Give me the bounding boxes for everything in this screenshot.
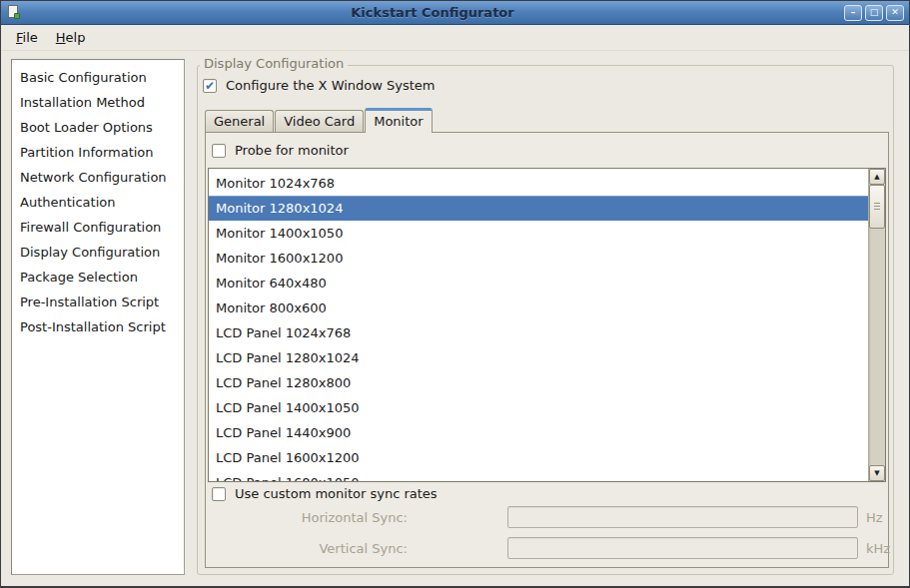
close-icon[interactable]: ✕ bbox=[886, 5, 904, 21]
checkbox-icon[interactable] bbox=[203, 79, 217, 93]
probe-for-monitor-checkbox[interactable]: Probe for monitor bbox=[212, 143, 349, 158]
custom-sync-label: Use custom monitor sync rates bbox=[235, 486, 438, 501]
sidebar-item[interactable]: Network Configuration bbox=[12, 165, 184, 190]
list-item[interactable]: LCD Panel 1600x1200 bbox=[209, 445, 868, 470]
scroll-up-icon[interactable]: ▲ bbox=[869, 169, 885, 185]
horizontal-sync-input[interactable] bbox=[507, 506, 858, 528]
maximize-icon[interactable]: □ bbox=[865, 5, 883, 21]
sidebar-item[interactable]: Partition Information bbox=[12, 140, 184, 165]
configure-x-label: Configure the X Window System bbox=[226, 78, 436, 93]
sidebar-item[interactable]: Installation Method bbox=[12, 90, 184, 115]
menu-help[interactable]: Help bbox=[47, 26, 95, 49]
sidebar-item[interactable]: Pre-Installation Script bbox=[12, 290, 184, 314]
sidebar-item[interactable]: Package Selection bbox=[12, 265, 184, 290]
list-item[interactable]: Monitor 800x600 bbox=[209, 295, 868, 320]
scrollbar-track[interactable] bbox=[869, 229, 885, 465]
sidebar-item[interactable]: Basic Configuration bbox=[12, 65, 184, 90]
vertical-sync-label: Vertical Sync: bbox=[206, 541, 408, 556]
app-icon bbox=[6, 5, 21, 20]
horizontal-sync-unit: Hz bbox=[866, 510, 883, 525]
vertical-sync-row: Vertical Sync: kHz bbox=[206, 537, 890, 559]
minimize-icon[interactable]: – bbox=[844, 5, 862, 21]
list-item[interactable]: LCD Panel 1440x900 bbox=[209, 420, 868, 445]
app-icon-dot bbox=[14, 13, 20, 19]
checkbox-icon[interactable] bbox=[212, 487, 226, 501]
window-controls: – □ ✕ bbox=[844, 5, 904, 21]
monitor-listbox: Monitor 1024x768Monitor 1280x1024Monitor… bbox=[208, 168, 886, 482]
list-item[interactable]: LCD Panel 1400x1050 bbox=[209, 395, 868, 420]
checkbox-icon[interactable] bbox=[212, 144, 226, 158]
sidebar-item[interactable]: Post-Installation Script bbox=[12, 314, 184, 339]
window-title: Kickstart Configurator bbox=[21, 5, 844, 20]
list-item[interactable]: LCD Panel 1680x1050 bbox=[209, 470, 868, 481]
list-item[interactable]: Monitor 1280x1024 bbox=[209, 196, 868, 221]
horizontal-sync-row: Horizontal Sync: Hz bbox=[206, 506, 883, 528]
tab[interactable]: General bbox=[205, 110, 274, 132]
sidebar-item[interactable]: Display Configuration bbox=[12, 240, 184, 265]
monitor-list-rows: Monitor 1024x768Monitor 1280x1024Monitor… bbox=[209, 169, 868, 481]
vertical-sync-input[interactable] bbox=[507, 537, 858, 559]
frame-label: Display Configuration bbox=[200, 56, 348, 71]
sidebar-item[interactable]: Authentication bbox=[12, 190, 184, 215]
vertical-scrollbar[interactable]: ▲ ▼ bbox=[868, 169, 885, 481]
list-item[interactable]: Monitor 1600x1200 bbox=[209, 246, 868, 271]
monitor-tab-panel: Probe for monitor Monitor 1024x768Monito… bbox=[205, 132, 889, 568]
list-item[interactable]: LCD Panel 1280x800 bbox=[209, 370, 868, 395]
sidebar-list: Basic ConfigurationInstallation MethodBo… bbox=[11, 59, 185, 575]
app-window: Kickstart Configurator – □ ✕ File Help B… bbox=[0, 0, 910, 588]
sidebar-item[interactable]: Firewall Configuration bbox=[12, 215, 184, 240]
scrollbar-thumb[interactable] bbox=[869, 185, 885, 229]
horizontal-sync-label: Horizontal Sync: bbox=[206, 510, 408, 525]
titlebar: Kickstart Configurator – □ ✕ bbox=[1, 1, 909, 25]
tab[interactable]: Monitor bbox=[365, 108, 432, 133]
menubar: File Help bbox=[1, 25, 909, 51]
tab-bar: GeneralVideo CardMonitor bbox=[205, 107, 434, 132]
probe-label: Probe for monitor bbox=[235, 143, 349, 158]
list-item[interactable]: Monitor 1024x768 bbox=[209, 171, 868, 196]
list-item[interactable]: Monitor 1400x1050 bbox=[209, 221, 868, 246]
scroll-down-icon[interactable]: ▼ bbox=[869, 465, 885, 481]
sidebar-item[interactable]: Boot Loader Options bbox=[12, 115, 184, 140]
list-item[interactable]: LCD Panel 1024x768 bbox=[209, 320, 868, 345]
list-item[interactable]: Monitor 640x480 bbox=[209, 271, 868, 295]
display-configuration-frame: Display Configuration Configure the X Wi… bbox=[197, 65, 894, 575]
configure-x-checkbox[interactable]: Configure the X Window System bbox=[203, 78, 436, 93]
custom-sync-checkbox[interactable]: Use custom monitor sync rates bbox=[212, 486, 438, 501]
tab[interactable]: Video Card bbox=[275, 110, 364, 132]
list-item[interactable]: LCD Panel 1280x1024 bbox=[209, 345, 868, 370]
menu-file[interactable]: File bbox=[7, 26, 47, 49]
vertical-sync-unit: kHz bbox=[866, 541, 890, 556]
